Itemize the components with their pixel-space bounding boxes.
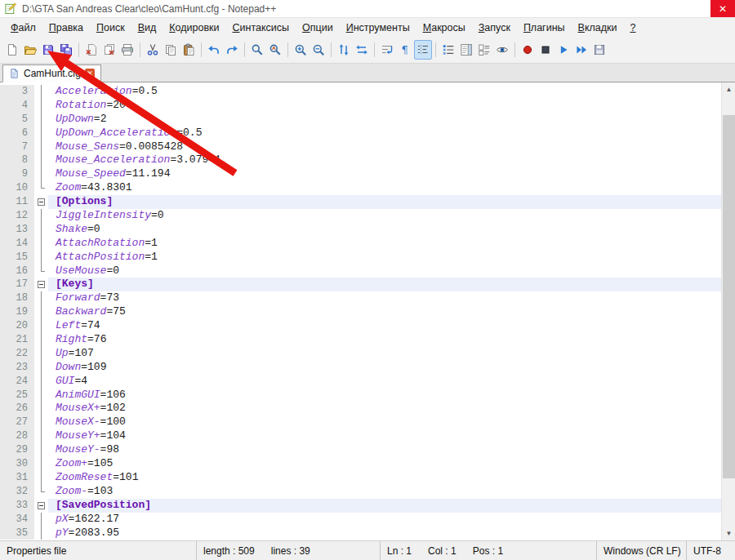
menu-tabs[interactable]: Вкладки — [572, 20, 624, 36]
close-all-button[interactable] — [100, 40, 118, 60]
editor[interactable]: 3Acceleration=0.54Rotation=205UpDown=26U… — [0, 82, 721, 540]
replace-button[interactable] — [266, 40, 284, 60]
editor-line-17[interactable]: 17[Keys] — [0, 278, 721, 291]
editor-line-30[interactable]: 30Zoom+=105 — [0, 457, 721, 471]
editor-line-8[interactable]: 8Mouse_Acceleration=3.07941 — [0, 153, 721, 167]
menu-plugins[interactable]: Плагины — [517, 20, 572, 36]
editor-line-13[interactable]: 13Shake=0 — [0, 223, 721, 237]
show-all-characters-button[interactable]: ¶ — [396, 40, 414, 60]
editor-line-29[interactable]: 29MouseY-=98 — [0, 443, 721, 457]
editor-line-19[interactable]: 19Backward=75 — [0, 305, 721, 319]
value-token: 0.5 — [138, 85, 157, 97]
macro-record-button[interactable] — [519, 40, 537, 60]
cut-button[interactable] — [144, 40, 162, 60]
equals-token: = — [81, 319, 87, 331]
editor-line-18[interactable]: 18Forward=73 — [0, 291, 721, 305]
editor-line-35[interactable]: 35pY=2083.95 — [0, 527, 721, 540]
fold-collapse-icon[interactable] — [38, 502, 45, 509]
tab-camhunt-cfg[interactable]: CamHunt.cfg ✕ — [2, 64, 101, 82]
menu-language[interactable]: Синтаксисы — [226, 20, 296, 36]
editor-line-9[interactable]: 9Mouse_Speed=11.194 — [0, 167, 721, 181]
macro-stop-button[interactable] — [537, 40, 555, 60]
sync-vertical-button[interactable] — [335, 40, 353, 60]
document-list-button[interactable] — [475, 40, 493, 60]
monitoring-button[interactable] — [493, 40, 511, 60]
undo-button[interactable] — [205, 40, 223, 60]
show-indent-guide-button[interactable] — [414, 40, 432, 60]
word-wrap-button[interactable] — [378, 40, 396, 60]
editor-line-33[interactable]: 33[SavedPosition] — [0, 499, 721, 513]
find-button[interactable] — [248, 40, 266, 60]
line-text: GUI=4 — [48, 375, 721, 389]
editor-line-21[interactable]: 21Right=76 — [0, 333, 721, 347]
cut-icon — [146, 43, 159, 56]
open-file-button[interactable] — [21, 40, 39, 60]
scroll-down-arrow[interactable]: ▼ — [722, 527, 735, 540]
menu-tools[interactable]: Инструменты — [340, 20, 416, 36]
title-bar: D:\GTA San Andreas Clear\cleo\CamHunt.cf… — [0, 0, 735, 18]
menu-encoding[interactable]: Кодировки — [163, 20, 225, 36]
fold-margin — [34, 402, 48, 416]
fold-collapse-icon[interactable] — [38, 281, 45, 288]
line-text: Mouse_Speed=11.194 — [48, 167, 721, 181]
editor-line-23[interactable]: 23Down=109 — [0, 361, 721, 375]
redo-button[interactable] — [223, 40, 241, 60]
editor-line-6[interactable]: 6UpDown_Acceleration=0.5 — [0, 127, 721, 140]
value-token: 43.8301 — [87, 181, 132, 193]
editor-line-22[interactable]: 22Up=107 — [0, 347, 721, 361]
editor-line-15[interactable]: 15AttachPosition=1 — [0, 251, 721, 264]
menu-search[interactable]: Поиск — [90, 20, 131, 36]
editor-line-31[interactable]: 31ZoomReset=101 — [0, 471, 721, 485]
copy-button[interactable] — [162, 40, 180, 60]
document-map-button[interactable] — [457, 40, 475, 60]
editor-line-32[interactable]: 32Zoom-=103 — [0, 485, 721, 499]
menu-edit[interactable]: Правка — [42, 20, 90, 36]
menu-macro[interactable]: Макросы — [416, 20, 472, 36]
save-button[interactable] — [39, 40, 57, 60]
editor-line-3[interactable]: 3Acceleration=0.5 — [0, 85, 721, 99]
line-number: 8 — [0, 153, 34, 167]
menu-run[interactable]: Запуск — [472, 20, 517, 36]
menu-help[interactable]: ? — [624, 20, 643, 36]
menu-settings[interactable]: Опции — [296, 20, 340, 36]
menu-file[interactable]: Файл — [4, 20, 42, 36]
editor-line-4[interactable]: 4Rotation=20 — [0, 99, 721, 113]
fold-collapse-icon[interactable] — [38, 198, 45, 206]
window-close-button[interactable]: ✕ — [710, 0, 735, 17]
editor-line-11[interactable]: 11[Options] — [0, 195, 721, 209]
close-button[interactable] — [82, 40, 100, 60]
editor-line-25[interactable]: 25AnimGUI=106 — [0, 389, 721, 402]
editor-line-20[interactable]: 20Left=74 — [0, 319, 721, 333]
value-token: 20 — [113, 99, 126, 111]
editor-line-12[interactable]: 12JiggleIntensity=0 — [0, 209, 721, 223]
paste-button[interactable] — [180, 40, 198, 60]
editor-line-5[interactable]: 5UpDown=2 — [0, 113, 721, 127]
scroll-up-arrow[interactable]: ▲ — [722, 82, 735, 96]
editor-line-26[interactable]: 26MouseX+=102 — [0, 402, 721, 416]
save-all-button[interactable] — [57, 40, 75, 60]
new-file-button[interactable] — [3, 40, 21, 60]
status-encoding[interactable]: UTF-8 — [686, 541, 735, 560]
editor-line-14[interactable]: 14AttachRotation=1 — [0, 237, 721, 251]
zoom-out-button[interactable] — [310, 40, 327, 60]
editor-line-24[interactable]: 24GUI=4 — [0, 375, 721, 389]
status-eol-format[interactable]: Windows (CR LF) — [596, 541, 686, 560]
editor-line-10[interactable]: 10Zoom=43.8301 — [0, 181, 721, 195]
editor-line-16[interactable]: 16UseMouse=0 — [0, 264, 721, 278]
vertical-scrollbar[interactable]: ▲ ▼ — [721, 82, 735, 540]
macro-save-button[interactable] — [590, 40, 608, 60]
editor-line-28[interactable]: 28MouseY+=104 — [0, 429, 721, 443]
macro-run-multiple-button[interactable] — [572, 40, 590, 60]
print-button[interactable] — [118, 40, 136, 60]
macro-play-button[interactable] — [555, 40, 572, 60]
menu-view[interactable]: Вид — [131, 20, 163, 36]
zoom-in-button[interactable] — [292, 40, 310, 60]
fold-margin — [34, 113, 48, 127]
tab-close-icon[interactable]: ✕ — [85, 69, 95, 78]
sync-horizontal-button[interactable] — [353, 40, 371, 60]
scrollbar-thumb[interactable] — [723, 115, 735, 478]
editor-line-34[interactable]: 34pX=1622.17 — [0, 513, 721, 527]
editor-line-7[interactable]: 7Mouse_Sens=0.0085428 — [0, 140, 721, 154]
editor-line-27[interactable]: 27MouseX-=100 — [0, 416, 721, 429]
function-list-button[interactable] — [439, 40, 457, 60]
